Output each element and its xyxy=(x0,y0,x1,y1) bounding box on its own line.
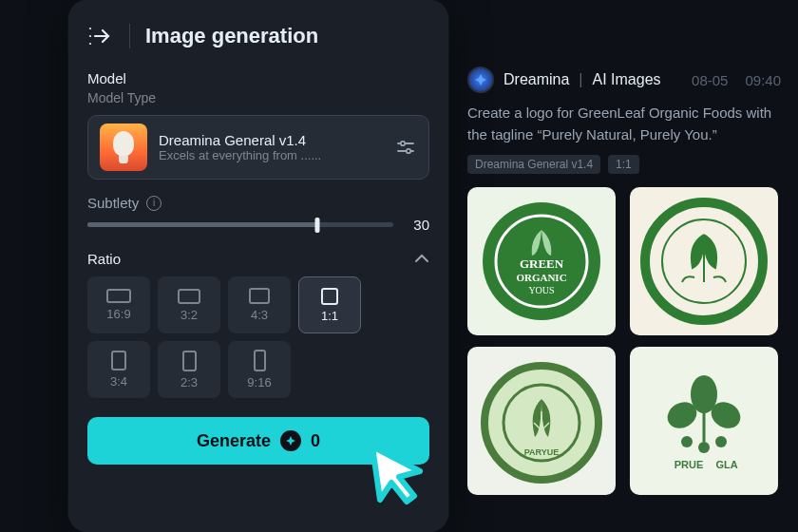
feed-header: Dreamina | AI Images 08-05 09:40 xyxy=(467,66,781,93)
subtlety-label-row: Subtlety i xyxy=(87,195,429,211)
ratio-option-4-3[interactable]: 4:3 xyxy=(228,276,291,333)
feed-date: 08-05 xyxy=(692,72,728,88)
tag-ratio: 1:1 xyxy=(608,155,639,174)
ratio-option-9-16[interactable]: 9:16 xyxy=(228,341,291,398)
model-description: Excels at everything from ...... xyxy=(159,148,377,162)
ratio-option-16-9[interactable]: 16:9 xyxy=(87,276,150,333)
ratio-option-3-2[interactable]: 3:2 xyxy=(158,276,220,333)
model-thumbnail xyxy=(100,124,147,171)
panel-title: Image generation xyxy=(145,24,318,48)
panel-header: Image generation xyxy=(87,23,429,49)
svg-marker-9 xyxy=(475,74,486,86)
model-selector[interactable]: Dreamina General v1.4 Excels at everythi… xyxy=(87,115,429,180)
header-divider xyxy=(129,24,130,48)
feed-author: Dreamina xyxy=(504,71,569,88)
model-text: Dreamina General v1.4 Excels at everythi… xyxy=(159,132,383,162)
ratio-option-3-4[interactable]: 3:4 xyxy=(87,341,150,398)
generate-button[interactable]: Generate 0 xyxy=(87,417,429,465)
feed-tags: Dreamina General v1.4 1:1 xyxy=(467,155,781,174)
svg-point-5 xyxy=(401,142,405,145)
subtlety-label: Subtlety xyxy=(87,195,139,211)
result-image-1[interactable]: GREENORGANICYOUS xyxy=(467,187,616,335)
model-name: Dreamina General v1.4 xyxy=(159,132,383,148)
result-image-4[interactable]: PRUEGLA xyxy=(630,347,778,495)
tag-model: Dreamina General v1.4 xyxy=(467,155,600,174)
svg-text:GLA: GLA xyxy=(715,459,737,470)
collapse-icon[interactable] xyxy=(87,23,114,49)
model-settings-icon[interactable] xyxy=(394,136,417,159)
svg-point-30 xyxy=(698,442,710,453)
svg-marker-8 xyxy=(286,436,295,446)
prompt-text: Create a logo for GreenLeaf Organic Food… xyxy=(467,103,781,145)
slider-fill xyxy=(87,222,317,227)
subtlety-value: 30 xyxy=(407,217,429,233)
avatar xyxy=(467,66,494,93)
svg-point-7 xyxy=(407,149,410,153)
subtlety-slider[interactable]: 30 xyxy=(87,217,429,233)
result-image-2[interactable] xyxy=(630,187,778,335)
info-icon[interactable]: i xyxy=(146,196,162,211)
svg-text:GREEN: GREEN xyxy=(520,256,564,271)
svg-text:PRUE: PRUE xyxy=(674,459,704,470)
svg-point-31 xyxy=(715,436,727,447)
credit-icon xyxy=(280,430,301,451)
svg-point-29 xyxy=(681,436,693,447)
ratio-grid: 16:9 3:2 4:3 1:1 3:4 2:3 9:16 xyxy=(87,276,429,398)
results-grid: GREENORGANICYOUS PARYUE PRUEGLA xyxy=(467,187,781,495)
generate-label: Generate xyxy=(197,431,271,451)
feed-time: 09:40 xyxy=(745,72,781,88)
model-section-label: Model xyxy=(87,70,429,86)
feed-separator: | xyxy=(579,71,582,88)
chevron-up-icon[interactable] xyxy=(414,250,429,267)
svg-text:ORGANIC: ORGANIC xyxy=(516,272,566,283)
svg-text:YOUS: YOUS xyxy=(528,285,554,295)
model-type-label: Model Type xyxy=(87,90,429,105)
ratio-label: Ratio xyxy=(87,251,121,267)
svg-text:PARYUE: PARYUE xyxy=(524,447,560,457)
slider-track[interactable] xyxy=(87,222,393,227)
ratio-option-1-1[interactable]: 1:1 xyxy=(298,276,361,333)
generation-panel: Image generation Model Model Type Dreami… xyxy=(68,0,448,532)
ratio-header[interactable]: Ratio xyxy=(87,250,429,267)
slider-thumb[interactable] xyxy=(314,218,319,233)
generate-cost: 0 xyxy=(311,431,320,451)
results-feed: Dreamina | AI Images 08-05 09:40 Create … xyxy=(467,66,781,495)
result-image-3[interactable]: PARYUE xyxy=(467,347,616,495)
ratio-option-2-3[interactable]: 2:3 xyxy=(158,341,220,398)
feed-category: AI Images xyxy=(593,71,661,88)
